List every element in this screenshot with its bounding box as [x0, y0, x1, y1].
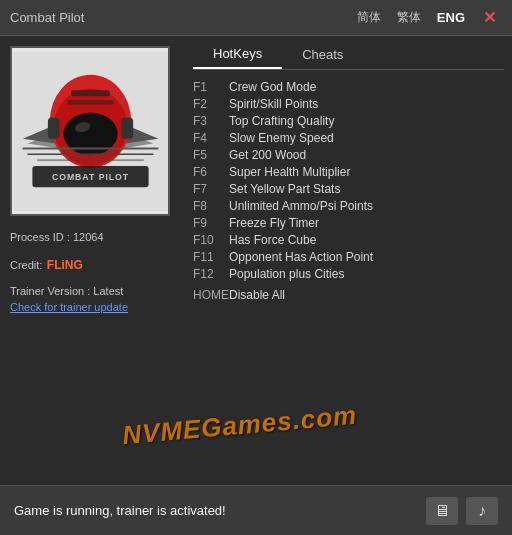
- cheat-unlimited-ammo: Unlimited Ammo/Psi Points: [229, 199, 373, 213]
- process-info: Process ID : 12064: [10, 228, 175, 247]
- process-id-label: Process ID :: [10, 231, 70, 243]
- svg-rect-6: [67, 100, 114, 105]
- cheat-freeze-fly: Freeze Fly Timer: [229, 216, 319, 230]
- key-f6: F6: [193, 165, 229, 179]
- key-f5: F5: [193, 148, 229, 162]
- key-f9: F9: [193, 216, 229, 230]
- key-f7: F7: [193, 182, 229, 196]
- key-f1: F1: [193, 80, 229, 94]
- lang-traditional[interactable]: 繁体: [393, 7, 425, 28]
- cheat-super-health: Super Health Multiplier: [229, 165, 350, 179]
- home-key-label: HOME: [193, 288, 229, 302]
- process-id-value: 12064: [73, 231, 104, 243]
- cheat-crew-god-mode: Crew God Mode: [229, 80, 316, 94]
- list-item: F4 Slow Enemy Speed: [193, 129, 504, 146]
- tabs-container: HotKeys Cheats: [193, 36, 504, 70]
- list-item: F3 Top Crafting Quality: [193, 112, 504, 129]
- trainer-version-label: Trainer Version : Latest: [10, 285, 175, 297]
- update-link[interactable]: Check for trainer update: [10, 301, 128, 313]
- cheat-force-cube: Has Force Cube: [229, 233, 316, 247]
- trainer-version-section: Trainer Version : Latest Check for train…: [10, 281, 175, 315]
- svg-rect-8: [121, 117, 133, 138]
- credit-label: Credit:: [10, 259, 42, 271]
- list-item: F8 Unlimited Ammo/Psi Points: [193, 197, 504, 214]
- cheat-opponent-action: Opponent Has Action Point: [229, 250, 373, 264]
- cheat-list: F1 Crew God Mode F2 Spirit/Skill Points …: [193, 76, 504, 284]
- credit-value: FLiNG: [47, 258, 83, 272]
- list-item: F5 Get 200 Wood: [193, 146, 504, 163]
- cheat-population-cities: Population plus Cities: [229, 267, 344, 281]
- disable-all-label: Disable All: [229, 288, 285, 302]
- cheat-yellow-part: Set Yellow Part Stats: [229, 182, 340, 196]
- game-logo: COMBAT PILOT: [10, 46, 170, 216]
- svg-text:COMBAT PILOT: COMBAT PILOT: [51, 172, 128, 182]
- cheat-get-wood: Get 200 Wood: [229, 148, 306, 162]
- status-text: Game is running, trainer is activated!: [14, 503, 226, 518]
- tab-hotkeys[interactable]: HotKeys: [193, 40, 282, 69]
- logo-svg: COMBAT PILOT: [13, 49, 168, 214]
- music-icon[interactable]: ♪: [466, 497, 498, 525]
- title-bar: Combat Pilot 简体 繁体 ENG ✕: [0, 0, 512, 36]
- key-f12: F12: [193, 267, 229, 281]
- list-item: F11 Opponent Has Action Point: [193, 248, 504, 265]
- cheat-spirit-skill: Spirit/Skill Points: [229, 97, 318, 111]
- main-content: COMBAT PILOT Process ID : 12064 Credit: …: [0, 36, 512, 466]
- close-button[interactable]: ✕: [477, 6, 502, 29]
- list-item: F1 Crew God Mode: [193, 78, 504, 95]
- key-f8: F8: [193, 199, 229, 213]
- list-item: F2 Spirit/Skill Points: [193, 95, 504, 112]
- list-item: F10 Has Force Cube: [193, 231, 504, 248]
- key-f4: F4: [193, 131, 229, 145]
- cheat-slow-enemy: Slow Enemy Speed: [229, 131, 334, 145]
- tab-cheats[interactable]: Cheats: [282, 40, 363, 69]
- status-icons: 🖥 ♪: [426, 497, 498, 525]
- key-f10: F10: [193, 233, 229, 247]
- status-bar: Game is running, trainer is activated! 🖥…: [0, 485, 512, 535]
- credit-section: Credit: FLiNG: [10, 255, 175, 273]
- right-panel: HotKeys Cheats F1 Crew God Mode F2 Spiri…: [185, 36, 512, 466]
- svg-rect-7: [47, 117, 59, 138]
- svg-rect-5: [71, 90, 110, 96]
- left-panel: COMBAT PILOT Process ID : 12064 Credit: …: [0, 36, 185, 466]
- key-f2: F2: [193, 97, 229, 111]
- lang-simplified[interactable]: 简体: [353, 7, 385, 28]
- list-item: F9 Freeze Fly Timer: [193, 214, 504, 231]
- title-bar-controls: 简体 繁体 ENG ✕: [353, 6, 502, 29]
- cheat-top-crafting: Top Crafting Quality: [229, 114, 334, 128]
- list-item: F12 Population plus Cities: [193, 265, 504, 282]
- list-item: F6 Super Health Multiplier: [193, 163, 504, 180]
- disable-all-row: HOME Disable All: [193, 286, 504, 304]
- key-f11: F11: [193, 250, 229, 264]
- key-f3: F3: [193, 114, 229, 128]
- list-item: F7 Set Yellow Part Stats: [193, 180, 504, 197]
- lang-english[interactable]: ENG: [433, 8, 469, 27]
- monitor-icon[interactable]: 🖥: [426, 497, 458, 525]
- app-title: Combat Pilot: [10, 10, 84, 25]
